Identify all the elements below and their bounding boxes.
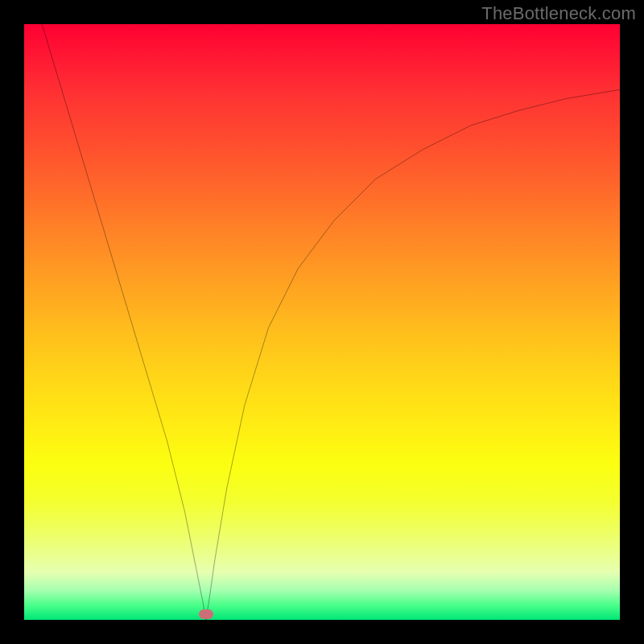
chart-frame: TheBottleneck.com [0, 0, 644, 644]
plot-area [24, 24, 620, 620]
curve-svg [24, 24, 620, 620]
bottleneck-curve [42, 24, 620, 620]
watermark-text: TheBottleneck.com [481, 3, 636, 24]
optimum-marker [199, 609, 213, 619]
